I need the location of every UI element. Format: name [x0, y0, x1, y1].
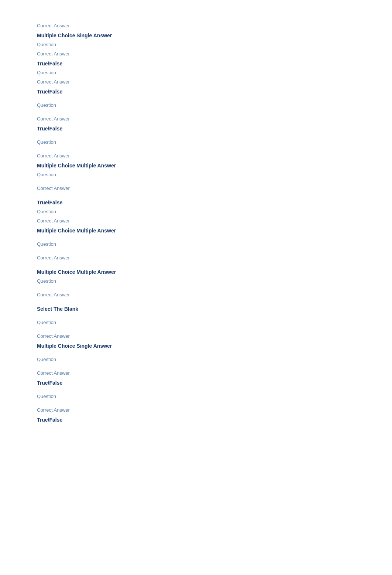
spacer	[37, 328, 355, 333]
correct-answer-label: Correct Answer	[37, 185, 355, 193]
correct-answer-label: Correct Answer	[37, 50, 355, 58]
spacer	[37, 111, 355, 115]
question-label: Question	[37, 102, 355, 109]
question-type-heading: Multiple Choice Multiple Answer	[37, 227, 355, 235]
correct-answer-label: Correct Answer	[37, 22, 355, 30]
question-label: Question	[37, 356, 355, 364]
spacer	[37, 97, 355, 102]
question-type-heading: True/False	[37, 416, 355, 424]
spacer	[37, 194, 355, 198]
spacer	[37, 402, 355, 406]
spacer	[37, 365, 355, 370]
spacer	[37, 287, 355, 291]
question-label: Question	[37, 171, 355, 179]
correct-answer-label: Correct Answer	[37, 406, 355, 414]
correct-answer-label: Correct Answer	[37, 291, 355, 299]
spacer	[37, 250, 355, 254]
spacer	[37, 134, 355, 139]
question-type-heading: Multiple Choice Multiple Answer	[37, 268, 355, 276]
question-type-heading: True/False	[37, 88, 355, 96]
spacer	[37, 351, 355, 356]
correct-answer-label: Correct Answer	[37, 115, 355, 123]
question-type-heading: Select The Blank	[37, 305, 355, 313]
spacer	[37, 148, 355, 152]
question-type-heading: True/False	[37, 379, 355, 387]
question-label: Question	[37, 69, 355, 77]
spacer	[37, 180, 355, 185]
spacer	[37, 236, 355, 241]
correct-answer-label: Correct Answer	[37, 370, 355, 377]
question-label: Question	[37, 319, 355, 327]
question-label: Question	[37, 208, 355, 216]
correct-answer-label: Correct Answer	[37, 78, 355, 86]
spacer	[37, 263, 355, 268]
correct-answer-label: Correct Answer	[37, 333, 355, 340]
question-type-heading: True/False	[37, 59, 355, 68]
spacer	[37, 314, 355, 319]
question-type-heading: Multiple Choice Multiple Answer	[37, 161, 355, 170]
question-type-heading: Multiple Choice Single Answer	[37, 31, 355, 40]
question-type-heading: Multiple Choice Single Answer	[37, 342, 355, 350]
main-content: Correct AnswerMultiple Choice Single Ans…	[0, 0, 392, 448]
question-type-heading: True/False	[37, 198, 355, 207]
question-label: Question	[37, 393, 355, 401]
spacer	[37, 388, 355, 393]
question-label: Question	[37, 241, 355, 248]
correct-answer-label: Correct Answer	[37, 152, 355, 160]
question-label: Question	[37, 41, 355, 49]
question-type-heading: True/False	[37, 125, 355, 133]
correct-answer-label: Correct Answer	[37, 217, 355, 225]
spacer	[37, 300, 355, 305]
correct-answer-label: Correct Answer	[37, 254, 355, 262]
question-label: Question	[37, 278, 355, 285]
question-label: Question	[37, 139, 355, 146]
